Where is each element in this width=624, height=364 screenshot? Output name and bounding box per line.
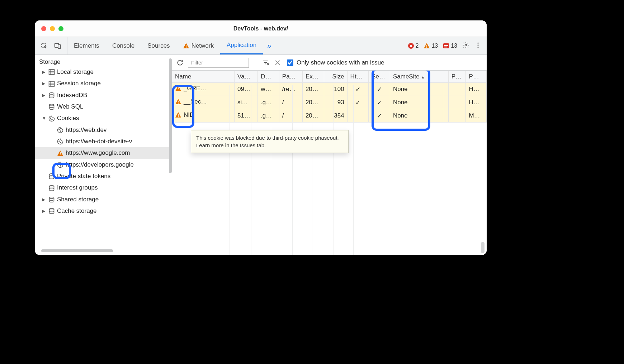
window-title: DevTools - web.dev/ xyxy=(35,25,487,32)
cell-domain: .g… xyxy=(258,109,279,123)
table-row[interactable]: NID 51… .g… / 20… 354 ✓ None xyxy=(172,109,487,123)
svg-rect-10 xyxy=(444,47,447,47)
warning-icon xyxy=(175,99,181,105)
tree-session-storage[interactable]: ▶ Session storage xyxy=(35,78,172,89)
disclosure-icon: ▶ xyxy=(42,196,46,203)
tree-shared-storage[interactable]: ▶ Shared storage xyxy=(35,194,172,205)
svg-rect-32 xyxy=(60,152,61,154)
svg-rect-47 xyxy=(178,87,179,89)
cookies-toolbar: Only show cookies with an issue xyxy=(172,55,487,71)
svg-point-12 xyxy=(477,42,478,43)
cell-secure: ✓ xyxy=(369,83,390,96)
tree-label: Local storage xyxy=(57,67,94,77)
sidebar-heading-storage: Storage xyxy=(35,57,172,66)
cell-size: 93 xyxy=(324,96,347,109)
col-partition[interactable]: P… xyxy=(448,71,466,83)
tab-application-label: Application xyxy=(227,42,256,49)
svg-rect-7 xyxy=(427,47,427,48)
col-samesite[interactable]: SameSite▲ xyxy=(390,71,448,83)
inspect-icon[interactable] xyxy=(40,42,48,50)
cell-priority: M… xyxy=(466,109,487,123)
cookie-origin-0[interactable]: https://web.dev xyxy=(35,124,172,136)
svg-point-28 xyxy=(59,129,60,130)
tree-label: Cache storage xyxy=(57,206,97,216)
table-row[interactable]: _GRE… 09… w… /re… 20… 100 ✓ ✓ None xyxy=(172,83,487,96)
col-secure[interactable]: Se… xyxy=(369,71,390,83)
cookie-origin-2[interactable]: https://www.google.com xyxy=(35,147,172,159)
table-row[interactable]: __Sec… si… .g… / 20… 93 ✓ ✓ None xyxy=(172,96,487,109)
col-expires[interactable]: Ex… xyxy=(302,71,324,83)
warning-icon xyxy=(183,43,189,49)
clear-icon[interactable] xyxy=(273,58,282,67)
cookies-table-wrap: Name Va… D… Pa… Ex… Size Ht… Se… SameSit… xyxy=(172,71,487,255)
col-path[interactable]: Pa… xyxy=(279,71,302,83)
svg-rect-6 xyxy=(427,45,427,47)
tree-local-storage[interactable]: ▶ Local storage xyxy=(35,66,172,78)
cell-path: / xyxy=(279,96,302,109)
cell-path: /re… xyxy=(279,83,302,96)
cell-expires: 20… xyxy=(302,96,324,109)
settings-icon[interactable] xyxy=(462,42,469,50)
cell-size: 100 xyxy=(324,83,347,96)
tab-console[interactable]: Console xyxy=(106,37,141,54)
sidebar-h-scrollbar[interactable] xyxy=(41,249,113,252)
only-issues-checkbox-input[interactable] xyxy=(287,59,293,66)
col-name[interactable]: Name xyxy=(172,71,235,83)
cookie-origin-3[interactable]: https://developers.google xyxy=(35,159,172,171)
tab-elements[interactable]: Elements xyxy=(67,37,106,54)
col-size[interactable]: Size xyxy=(324,71,347,83)
cell-http: ✓ xyxy=(347,83,369,96)
refresh-icon[interactable] xyxy=(176,58,184,67)
tab-console-label: Console xyxy=(112,42,134,49)
device-icon[interactable] xyxy=(53,42,62,50)
svg-rect-33 xyxy=(60,154,61,155)
more-icon[interactable] xyxy=(474,42,482,50)
tab-network[interactable]: Network xyxy=(176,37,220,54)
cell-value: si… xyxy=(235,96,258,109)
svg-rect-51 xyxy=(178,114,179,116)
svg-rect-15 xyxy=(49,70,55,75)
col-value[interactable]: Va… xyxy=(235,71,258,83)
svg-point-39 xyxy=(49,209,54,210)
sidebar: Storage ▶ Local storage ▶ Session storag… xyxy=(35,55,172,255)
issues-count[interactable]: 13 xyxy=(443,43,457,49)
cell-samesite: None xyxy=(390,96,448,109)
cell-partition xyxy=(448,96,466,109)
cell-http xyxy=(347,109,369,123)
tab-sources-label: Sources xyxy=(147,42,170,49)
col-samesite-label: SameSite xyxy=(393,73,420,80)
tree-interest-groups[interactable]: Interest groups xyxy=(35,182,172,193)
cell-path: / xyxy=(279,109,302,123)
cell-partition xyxy=(448,109,466,123)
sidebar-scrollbar[interactable] xyxy=(169,58,172,173)
filter-input[interactable] xyxy=(188,58,249,68)
table-scrollbar[interactable] xyxy=(481,242,484,253)
svg-point-14 xyxy=(477,47,478,48)
tree-cache-storage[interactable]: ▶ Cache storage xyxy=(35,205,172,217)
error-count[interactable]: 2 xyxy=(408,43,419,49)
cookie-origin-1[interactable]: https://web-dot-devsite-v xyxy=(35,136,172,147)
titlebar: DevTools - web.dev/ xyxy=(35,20,487,37)
col-domain[interactable]: D… xyxy=(258,71,279,83)
cell-priority: H… xyxy=(466,96,487,109)
tree-private-state-tokens[interactable]: Private state tokens xyxy=(35,171,172,182)
only-issues-checkbox[interactable]: Only show cookies with an issue xyxy=(285,58,384,67)
svg-point-25 xyxy=(50,118,51,119)
warning-count-value: 13 xyxy=(431,43,438,49)
svg-rect-49 xyxy=(178,101,179,102)
tab-application[interactable]: Application xyxy=(220,37,263,54)
tree-web-sql[interactable]: Web SQL xyxy=(35,101,172,112)
col-priority[interactable]: P… xyxy=(466,71,487,83)
more-tabs-button[interactable]: » xyxy=(263,42,275,50)
cell-http: ✓ xyxy=(347,96,369,109)
svg-point-29 xyxy=(60,131,61,131)
cell-expires: 20… xyxy=(302,83,324,96)
svg-point-38 xyxy=(49,197,54,199)
warning-count[interactable]: 13 xyxy=(424,43,438,49)
col-httponly[interactable]: Ht… xyxy=(347,71,369,83)
tree-cookies[interactable]: ▼ Cookies xyxy=(35,112,172,124)
clear-filter-icon[interactable] xyxy=(261,58,270,67)
tab-sources[interactable]: Sources xyxy=(141,37,176,54)
tree-indexeddb[interactable]: ▶ IndexedDB xyxy=(35,90,172,101)
svg-rect-4 xyxy=(186,47,186,48)
